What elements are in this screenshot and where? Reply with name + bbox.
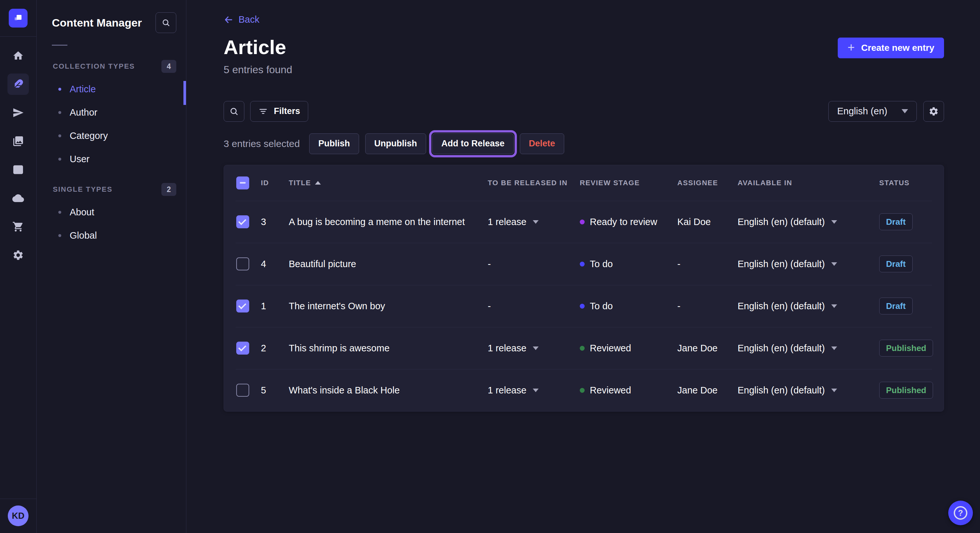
cell-assignee: Jane Doe [677,343,738,354]
user-avatar[interactable]: KD [8,506,29,526]
search-icon [229,106,239,117]
row-checkbox[interactable] [236,215,249,228]
row-checkbox[interactable] [236,384,249,397]
divider [52,45,67,46]
locale-value: English (en) (default) [738,217,825,227]
sidebar-item-label: About [70,207,94,217]
stage-dot [580,346,585,351]
publish-button[interactable]: Publish [309,133,359,154]
filter-icon [258,106,268,116]
releases-icon[interactable] [8,102,29,124]
divider [0,499,37,499]
sidebar-item-global[interactable]: Global [37,224,186,247]
main-nav-rail: KD [0,0,37,533]
column-header-review-stage: REVIEW STAGE [580,179,677,187]
sidebar-section-label: SINGLE TYPES [53,185,113,194]
chevron-down-icon [831,389,837,392]
sidebar-item-about[interactable]: About [37,200,186,224]
cell-to-be-released-in[interactable]: 1 release [488,385,580,396]
plus-icon: + [848,40,854,54]
stage-label: Ready to review [590,217,657,227]
chevron-down-icon [902,109,908,113]
sidebar-search-button[interactable] [156,12,176,33]
cell-available-in[interactable]: English (en) (default) [738,217,879,227]
table-row[interactable]: 1The internet's Own boy-To do-English (e… [235,285,932,327]
help-button[interactable]: ? [948,501,973,525]
section-count-badge: 4 [161,60,176,73]
stage-dot [580,219,585,224]
section-count-badge: 2 [161,183,176,196]
table-row[interactable]: 5What's inside a Black Hole1 releaseRevi… [235,369,932,411]
cell-to-be-released-in: - [488,259,580,270]
row-checkbox[interactable] [236,342,249,355]
page-title: Article [224,36,944,59]
strapi-logo[interactable] [9,9,27,27]
cell-available-in[interactable]: English (en) (default) [738,301,879,311]
content-type-builder-icon[interactable] [8,159,29,180]
search-button[interactable] [224,101,244,122]
marketplace-icon[interactable] [8,216,29,237]
selection-summary: 3 entries selected [224,138,300,149]
cell-id: 5 [261,385,289,396]
column-header-title[interactable]: TITLE [289,179,488,187]
cell-title: What's inside a Black Hole [289,385,488,396]
media-library-icon[interactable] [8,130,29,152]
column-header-id: ID [261,179,289,187]
sidebar-item-category[interactable]: Category [37,124,186,148]
release-value: 1 release [488,217,526,227]
sidebar-item-author[interactable]: Author [37,101,186,124]
table-row[interactable]: 4Beautiful picture-To do-English (en) (d… [235,243,932,285]
bullet-icon [58,111,61,114]
divider [0,36,37,36]
strapi-logo-mark [12,12,25,25]
stage-dot [580,262,585,266]
bullet-icon [58,158,61,160]
table-row[interactable]: 2This shrimp is awesome1 releaseReviewed… [235,327,932,369]
sidebar-scroll-indicator[interactable] [183,81,186,105]
delete-button[interactable]: Delete [520,133,564,154]
status-badge: Published [879,339,933,357]
sidebar-item-label: Article [70,84,96,95]
cell-id: 1 [261,301,289,311]
cell-status: Published [879,382,933,399]
bullet-icon [58,134,61,137]
chevron-down-icon [831,346,837,350]
entries-count: 5 entries found [224,63,944,76]
sidebar-title: Content Manager [52,16,142,29]
table-header-row: ID TITLE TO BE RELEASED IN REVIEW STAGE … [235,165,932,201]
locale-value: English (en) [837,106,887,117]
stage-label: Reviewed [590,343,631,354]
cell-to-be-released-in[interactable]: 1 release [488,343,580,354]
home-icon[interactable] [8,45,29,67]
sidebar-item-article[interactable]: Article [37,78,186,101]
cell-available-in[interactable]: English (en) (default) [738,343,879,354]
cell-review-stage: Reviewed [580,385,677,396]
cell-review-stage: Ready to review [580,217,677,227]
sidebar-item-label: Global [70,230,97,241]
add-to-release-button[interactable]: Add to Release [432,133,514,154]
list-settings-button[interactable] [923,101,944,122]
select-all-checkbox[interactable] [236,176,249,189]
unpublish-button[interactable]: Unpublish [365,133,426,154]
cell-available-in[interactable]: English (en) (default) [738,259,879,270]
create-new-entry-button[interactable]: + Create new entry [838,38,944,58]
search-icon [161,18,171,27]
cloud-icon[interactable] [8,187,29,209]
filters-label: Filters [274,106,300,116]
sidebar-item-user[interactable]: User [37,148,186,171]
table-row[interactable]: 3A bug is becoming a meme on the interne… [235,201,932,243]
cell-available-in[interactable]: English (en) (default) [738,385,879,396]
locale-select[interactable]: English (en) [828,101,917,122]
cell-id: 3 [261,217,289,227]
cell-assignee: Jane Doe [677,385,738,396]
row-checkbox[interactable] [236,257,249,270]
cell-to-be-released-in[interactable]: 1 release [488,217,580,227]
column-header-status: STATUS [879,179,932,187]
filters-button[interactable]: Filters [250,101,308,122]
content-manager-icon[interactable] [8,73,29,95]
back-link[interactable]: Back [224,14,259,25]
settings-icon[interactable] [8,244,29,266]
row-checkbox[interactable] [236,300,249,313]
stage-dot [580,388,585,393]
cell-status: Draft [879,213,932,230]
